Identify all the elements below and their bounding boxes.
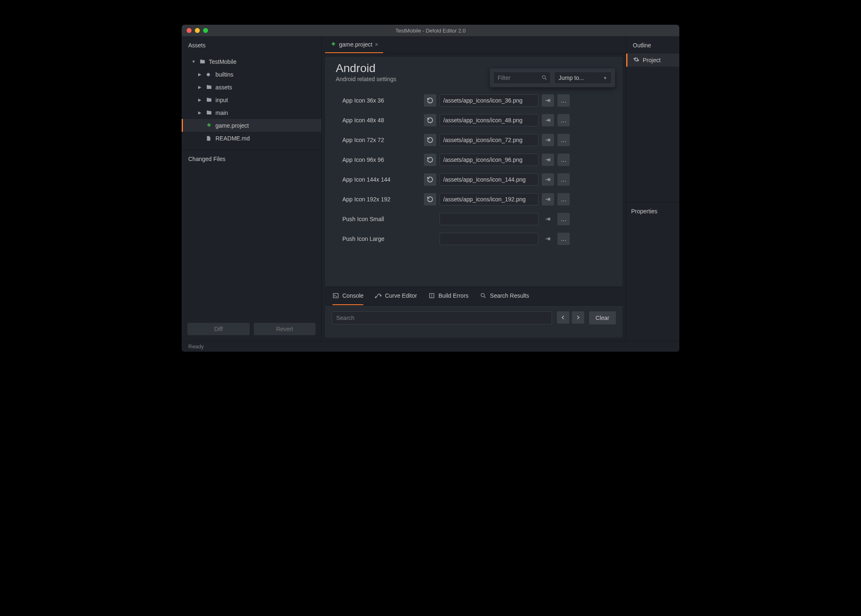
reset-button[interactable] <box>424 114 436 126</box>
browse-button[interactable]: ... <box>557 114 570 126</box>
form-label: App Icon 36x 36 <box>342 97 421 104</box>
tab-curve-editor-label: Curve Editor <box>385 292 417 299</box>
console-search-input[interactable] <box>332 311 552 324</box>
path-input[interactable] <box>440 193 538 205</box>
browse-button[interactable]: ... <box>557 233 570 245</box>
browse-button[interactable]: ... <box>557 213 570 225</box>
next-button[interactable] <box>572 311 584 324</box>
clear-button[interactable]: Clear <box>589 311 616 324</box>
prev-button[interactable] <box>557 311 569 324</box>
form-rows: App Icon 36x 36...App Icon 48x 48...App … <box>325 86 622 249</box>
path-input[interactable] <box>440 154 538 166</box>
path-input[interactable] <box>440 134 538 146</box>
path-input[interactable] <box>440 233 538 245</box>
reset-button[interactable] <box>424 94 436 107</box>
tree-label: input <box>215 97 228 103</box>
assets-header: Assets <box>182 36 321 54</box>
outline-item-label: Project <box>643 57 661 63</box>
tree-label: assets <box>215 84 232 91</box>
browse-button[interactable]: ... <box>557 193 570 205</box>
revert-button[interactable]: Revert <box>254 323 316 335</box>
svg-point-27 <box>481 294 484 297</box>
form-row: Push Icon Small... <box>342 209 612 229</box>
form-row: App Icon 48x 48... <box>342 110 612 130</box>
window-minimize-button[interactable] <box>195 28 200 33</box>
bottom-tabs: Console Curve Editor Build Errors Search… <box>325 287 622 306</box>
console-nav-buttons <box>557 311 584 324</box>
caret-icon: ▼ <box>192 59 196 64</box>
tree-label: game.project <box>215 122 249 129</box>
tab-build-errors[interactable]: Build Errors <box>428 287 468 305</box>
tree-row-testmobile[interactable]: ▼TestMobile <box>182 55 321 68</box>
jump-to-select[interactable]: Jump to... ▼ <box>554 72 612 84</box>
chevron-down-icon: ▼ <box>603 76 607 80</box>
form-row: App Icon 192x 192... <box>342 189 612 209</box>
tree-row-game-project[interactable]: game.project <box>182 119 321 132</box>
filter-toolbar: Jump to... ▼ <box>490 68 615 87</box>
tree-row-readme-md[interactable]: README.md <box>182 132 321 145</box>
window-title: TestMobile - Defold Editor 2.0 <box>182 28 679 34</box>
browse-button[interactable]: ... <box>557 154 570 166</box>
form-label: App Icon 72x 72 <box>342 137 421 143</box>
open-resource-button[interactable] <box>542 173 554 186</box>
window-maximize-button[interactable] <box>203 28 208 33</box>
reset-button[interactable] <box>424 154 436 166</box>
changed-files-header: Changed Files <box>188 156 225 162</box>
close-icon[interactable]: × <box>375 41 378 48</box>
tab-console[interactable]: Console <box>332 287 363 305</box>
form-label: Push Icon Large <box>342 236 421 242</box>
open-resource-button[interactable] <box>542 193 554 205</box>
properties-header: Properties <box>626 202 679 220</box>
folder-icon <box>206 84 212 91</box>
form-label: App Icon 144x 144 <box>342 176 421 183</box>
open-resource-button[interactable] <box>542 213 554 225</box>
svg-line-28 <box>484 296 485 298</box>
open-resource-button[interactable] <box>542 154 554 166</box>
asset-tree: ▼TestMobile▶builtins▶assets▶input▶mainga… <box>182 54 321 149</box>
caret-icon: ▶ <box>198 98 202 102</box>
window-close-button[interactable] <box>187 28 192 33</box>
tree-row-main[interactable]: ▶main <box>182 106 321 119</box>
tab-search-results[interactable]: Search Results <box>480 287 529 305</box>
tree-row-input[interactable]: ▶input <box>182 93 321 106</box>
vcs-buttons: Diff Revert <box>182 319 321 341</box>
status-text: Ready <box>188 343 204 350</box>
caret-icon: ▶ <box>198 85 202 89</box>
path-input[interactable] <box>440 94 538 107</box>
editor-tabs: game.project × <box>322 36 626 54</box>
outline-header: Outline <box>626 36 679 54</box>
svg-point-3 <box>543 76 546 79</box>
path-input[interactable] <box>440 173 538 186</box>
path-input[interactable] <box>440 114 538 126</box>
clover-icon <box>206 122 212 129</box>
browse-button[interactable]: ... <box>557 94 570 107</box>
browse-button[interactable]: ... <box>557 173 570 186</box>
right-panel: Outline Project Properties <box>626 36 679 341</box>
editor-body: Android Android related settings Jump to… <box>325 57 622 287</box>
tab-curve-editor[interactable]: Curve Editor <box>375 287 417 305</box>
open-resource-button[interactable] <box>542 233 554 245</box>
traffic-lights <box>182 28 208 33</box>
path-input[interactable] <box>440 213 538 225</box>
form-row: App Icon 144x 144... <box>342 170 612 189</box>
tab-game-project[interactable]: game.project × <box>325 36 383 53</box>
tree-row-assets[interactable]: ▶assets <box>182 81 321 93</box>
reset-button[interactable] <box>424 193 436 205</box>
open-resource-button[interactable] <box>542 114 554 126</box>
tab-console-label: Console <box>342 292 363 299</box>
browse-button[interactable]: ... <box>557 134 570 146</box>
svg-rect-2 <box>208 139 209 140</box>
file-icon <box>206 135 212 142</box>
svg-rect-21 <box>333 294 338 298</box>
svg-point-26 <box>432 297 432 297</box>
puzzle-icon <box>206 71 212 78</box>
folder-icon <box>206 110 212 116</box>
reset-button[interactable] <box>424 173 436 186</box>
open-resource-button[interactable] <box>542 134 554 146</box>
tree-row-builtins[interactable]: ▶builtins <box>182 68 321 81</box>
diff-button[interactable]: Diff <box>187 323 250 335</box>
form-label: App Icon 96x 96 <box>342 156 421 163</box>
outline-item-project[interactable]: Project <box>626 54 679 67</box>
open-resource-button[interactable] <box>542 94 554 107</box>
reset-button[interactable] <box>424 134 436 146</box>
